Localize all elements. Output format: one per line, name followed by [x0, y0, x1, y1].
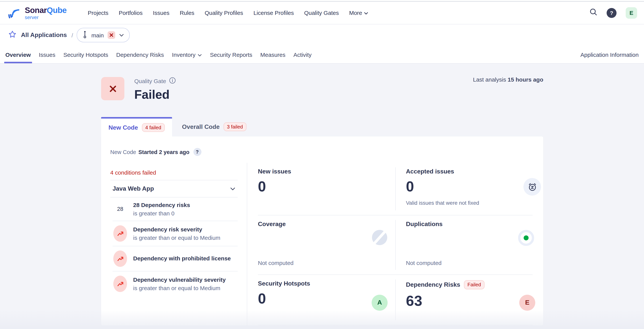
- branch-name: main: [91, 32, 104, 38]
- metric-security-hotspots: Security Hotspots 0 A: [258, 275, 395, 325]
- tab-security-reports[interactable]: Security Reports: [210, 46, 252, 63]
- condition-row[interactable]: Dependency with prohibited license: [112, 246, 238, 271]
- dependency-risks-failed-badge: Failed: [464, 280, 484, 289]
- info-icon[interactable]: [169, 77, 176, 85]
- favorite-star-icon[interactable]: [8, 30, 16, 40]
- quality-gate-header: Quality Gate Failed Last analysis: [101, 77, 543, 102]
- search-icon[interactable]: [590, 8, 598, 17]
- accepted-issues-value[interactable]: 0: [406, 178, 532, 195]
- nav-projects[interactable]: Projects: [88, 9, 108, 16]
- tab-measures[interactable]: Measures: [260, 46, 286, 63]
- quality-gate-text: Quality Gate Failed: [134, 77, 176, 102]
- branch-selector[interactable]: main: [77, 28, 130, 42]
- tab-new-code[interactable]: New Code 4 failed: [101, 117, 172, 136]
- security-hotspots-rating: A: [372, 295, 388, 311]
- main-navigation: Projects Portfolios Issues Rules Quality…: [88, 9, 368, 16]
- branch-icon: [82, 30, 88, 40]
- new-code-failed-badge: 4 failed: [142, 123, 164, 132]
- application-information-link[interactable]: Application Information: [580, 51, 639, 58]
- tab-inventory[interactable]: Inventory: [172, 46, 202, 63]
- new-code-panel: New Code Started 2 years ago ? 4 conditi…: [101, 136, 543, 326]
- metric-dependency-risks: Dependency Risks Failed 63 E: [395, 275, 532, 325]
- dependency-risks-value[interactable]: 63: [406, 293, 532, 309]
- snooze-clock-icon: [524, 178, 541, 196]
- condition-row[interactable]: Dependency risk severity is greater than…: [112, 221, 238, 246]
- overview-content: Quality Gate Failed Last analysis: [0, 64, 644, 329]
- brand-text: SonarQube server: [25, 6, 66, 20]
- conditions-summary: 4 conditions failed: [110, 166, 238, 180]
- breadcrumb-bar: All Applications / main: [0, 24, 644, 46]
- nav-issues[interactable]: Issues: [153, 9, 170, 16]
- condition-measured-value: 28: [117, 206, 123, 212]
- coverage-not-computed-icon: [372, 230, 387, 247]
- project-selector[interactable]: Java Web App: [110, 180, 238, 197]
- window-top-edge: [0, 0, 644, 1]
- sonarqube-logo[interactable]: SonarQube server: [7, 4, 78, 21]
- metric-accepted-issues: Accepted issues 0 Valid issues that were…: [395, 163, 532, 215]
- nav-rules[interactable]: Rules: [180, 9, 194, 16]
- branch-failed-badge: [108, 31, 115, 39]
- code-period-tabs: New Code 4 failed Overall Code 3 failed: [101, 117, 543, 136]
- failed-conditions-panel: 4 conditions failed Java Web App 28: [101, 163, 247, 326]
- coverage-status: Not computed: [258, 260, 395, 268]
- brand-qube: Qube: [47, 5, 66, 14]
- trend-up-icon: [113, 225, 127, 242]
- top-navigation-bar: SonarQube server Projects Portfolios Iss…: [0, 1, 644, 24]
- breadcrumb-all-applications[interactable]: All Applications: [21, 32, 67, 38]
- nav-quality-gates[interactable]: Quality Gates: [304, 9, 339, 16]
- tab-activity[interactable]: Activity: [294, 46, 312, 63]
- nav-quality-profiles[interactable]: Quality Profiles: [205, 9, 243, 16]
- chevron-down-icon: [364, 9, 368, 16]
- brand-sonar: Sonar: [25, 5, 47, 14]
- metric-duplications: Duplications Not computed: [395, 215, 532, 275]
- sonarqube-wave-icon: [7, 4, 22, 21]
- metric-new-issues: New issues 0: [258, 163, 395, 215]
- last-analysis: Last analysis 15 hours ago: [473, 76, 544, 83]
- breadcrumb-separator: /: [72, 32, 73, 38]
- tab-overview[interactable]: Overview: [5, 46, 31, 63]
- tab-security-hotspots[interactable]: Security Hotspots: [63, 46, 108, 63]
- nav-more[interactable]: More: [349, 9, 368, 16]
- new-code-period: New Code Started 2 years ago ?: [110, 148, 543, 156]
- quality-gate-status: Failed: [134, 88, 176, 102]
- duplications-ring-icon: [518, 230, 534, 247]
- trend-up-icon: [113, 276, 127, 292]
- project-tab-bar: Overview Issues Security Hotspots Depend…: [0, 46, 644, 64]
- condition-row[interactable]: Dependency vulnerability severity is gre…: [112, 271, 238, 296]
- nav-portfolios[interactable]: Portfolios: [119, 9, 142, 16]
- chevron-down-icon: [119, 32, 124, 38]
- tab-issues[interactable]: Issues: [39, 46, 55, 63]
- nav-right-actions: ? E: [590, 7, 637, 18]
- condition-list: 28 28 Dependency risks is greater than 0: [110, 198, 238, 296]
- quality-gate-failed-icon: [101, 77, 124, 100]
- nav-license-profiles[interactable]: License Profiles: [254, 9, 294, 16]
- chevron-down-icon: [198, 51, 202, 58]
- period-help-icon[interactable]: ?: [193, 148, 201, 156]
- new-issues-value[interactable]: 0: [258, 178, 395, 195]
- tab-dependency-risks[interactable]: Dependency Risks: [116, 46, 164, 63]
- dependency-risks-rating: E: [519, 295, 535, 311]
- overall-code-failed-badge: 3 failed: [224, 122, 246, 131]
- duplications-status: Not computed: [406, 260, 532, 268]
- chevron-down-icon: [230, 185, 236, 192]
- help-icon[interactable]: ?: [606, 8, 616, 18]
- brand-server: server: [25, 15, 66, 20]
- condition-row[interactable]: 28 28 Dependency risks is greater than 0: [112, 198, 238, 221]
- tab-overall-code[interactable]: Overall Code 3 failed: [172, 117, 256, 136]
- trend-up-icon: [113, 251, 127, 267]
- user-avatar[interactable]: E: [626, 7, 637, 18]
- quality-gate-label: Quality Gate: [134, 78, 166, 84]
- sonarqube-page: SonarQube server Projects Portfolios Iss…: [0, 0, 644, 329]
- last-analysis-value: 15 hours ago: [508, 76, 543, 83]
- metrics-grid: New issues 0 Accepted issues 0 Valid iss…: [247, 163, 543, 326]
- metric-coverage: Coverage Not computed: [258, 215, 395, 275]
